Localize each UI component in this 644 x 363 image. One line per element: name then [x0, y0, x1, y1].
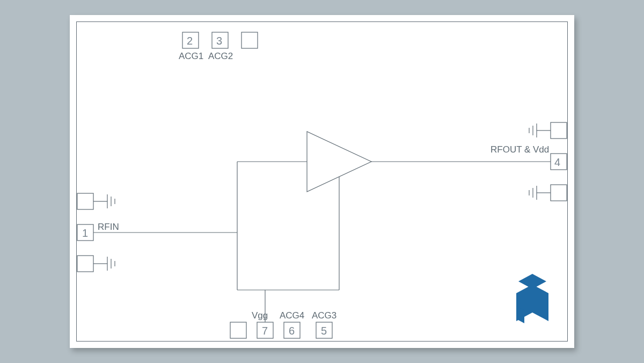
pad-3-number: 3 — [216, 35, 222, 47]
pad-2-number: 2 — [187, 35, 193, 47]
pad-4-label: RFOUT & Vdd — [491, 144, 549, 155]
gnd-symbol-left-bottom — [77, 256, 115, 272]
gnd-symbol-right-top — [529, 122, 567, 139]
svg-rect-15 — [551, 185, 567, 201]
pad-5-label: ACG3 — [312, 310, 336, 321]
pad-7-label: Vgg — [252, 310, 268, 321]
svg-rect-0 — [77, 193, 93, 209]
pad-3-label: ACG2 — [208, 51, 233, 61]
pad-1-number: 1 — [82, 227, 88, 239]
diagram-card: 2 ACG1 3 ACG2 1 RFIN — [70, 15, 574, 348]
pad-4-number: 4 — [554, 156, 560, 168]
gnd-symbol-left-top — [77, 193, 115, 209]
pad-6-number: 6 — [289, 325, 295, 337]
pad-6-label: ACG4 — [280, 310, 304, 321]
pad-5-number: 5 — [321, 325, 327, 337]
svg-rect-10 — [551, 122, 567, 139]
pad-2-label: ACG1 — [179, 51, 203, 61]
circuit-diagram: 2 ACG1 3 ACG2 1 RFIN — [76, 21, 568, 342]
pad-blank-top — [241, 32, 258, 48]
gnd-symbol-right-bottom — [529, 185, 567, 201]
pad-7-number: 7 — [262, 325, 268, 337]
pad-1-label: RFIN — [98, 222, 119, 232]
pad-blank-bottom — [230, 322, 246, 338]
svg-rect-5 — [77, 256, 93, 272]
company-logo — [516, 274, 548, 323]
